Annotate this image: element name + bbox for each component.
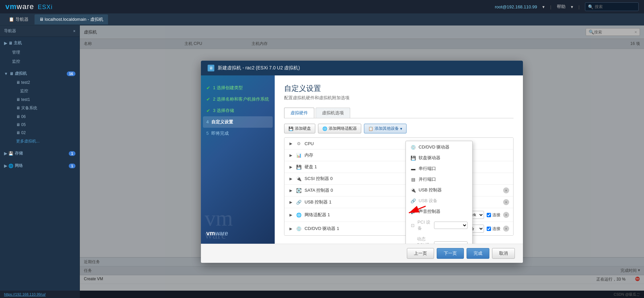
menu-item-cddvd[interactable]: 💿 CD/DVD 驱动器 — [406, 142, 472, 153]
topbar-search-input[interactable] — [595, 4, 635, 9]
sata-remove-btn[interactable]: × — [503, 187, 509, 193]
vm-icon-02: 🖥 — [16, 130, 20, 135]
menu-item-sound[interactable]: 🔊 声音控制器 — [406, 206, 472, 217]
sidebar-item-backup[interactable]: 🖥 灾备系统 — [0, 104, 79, 113]
search-icon: 🔍 — [588, 4, 593, 9]
menu-item-pci: ⊡ PCI 设备 — [406, 217, 472, 234]
sidebar-group-host[interactable]: ▶ 🖥 主机 — [0, 38, 79, 48]
dynamic-pci-select[interactable] — [434, 241, 468, 244]
dialog-header: 🖥 新建虚拟机 - rac2 (ESXi 7.0 U2 虚拟机) — [201, 61, 523, 75]
scsi-icon: 🔌 — [296, 176, 302, 182]
menu-item-usb-ctrl[interactable]: 🔌 USB 控制器 — [406, 185, 472, 195]
wizard-title: 自定义设置 — [284, 83, 514, 94]
device-row-cdrom: ▶ 💿 CD/DVD 驱动器 1 客户端设备 连接 × — [284, 222, 513, 235]
hdd-icon: 💾 — [288, 126, 293, 131]
sata-toggle[interactable]: ▶ — [288, 188, 293, 193]
cpu-toggle[interactable]: ▶ — [288, 141, 293, 146]
help-dropdown-icon[interactable]: ▾ — [571, 4, 573, 9]
dropdown-arrow-icon: ▾ — [400, 126, 402, 131]
sidebar: 导航器 × ▶ 🖥 主机 管理 监控 ▼ 🖥 虚拟机 16 🖥 test2 — [0, 25, 80, 298]
wizard-content: 自定义设置 配置虚拟机硬件和虚拟机附加选项 虚拟硬件 虚拟机选项 💾 添加硬盘 — [275, 75, 523, 244]
finish-button[interactable]: 完成 — [467, 248, 489, 259]
storage-icon: 💾 — [8, 151, 13, 156]
tab-localhost[interactable]: 🖥 localhost.localdomain - 虚拟机 — [35, 14, 108, 24]
sidebar-item-more-vms[interactable]: 更多虚拟机... — [0, 137, 79, 146]
sidebar-collapse-icon[interactable]: × — [73, 29, 75, 34]
sidebar-item-05[interactable]: 🖥 05 — [0, 121, 79, 129]
cdrom-connect-checkbox[interactable] — [487, 227, 491, 231]
device-row-cpu: ▶ ⚙ CPU — [284, 138, 513, 150]
add-other-button[interactable]: 📋 添加其他设备 ▾ — [364, 124, 407, 133]
hdd-icon2: 💾 — [296, 164, 302, 170]
ram-toggle[interactable]: ▶ — [288, 153, 293, 158]
net-connect-label: 连接 — [487, 212, 500, 218]
sidebar-item-test2[interactable]: 🖥 test2 — [0, 78, 79, 86]
expand-vm-icon: ▼ — [4, 71, 8, 76]
sidebar-item-test1[interactable]: 🖥 test1 — [0, 96, 79, 104]
hdd-toggle[interactable]: ▶ — [288, 165, 293, 169]
dynamic-pci-icon: ⊟ — [411, 242, 414, 244]
cdrom-remove-btn[interactable]: × — [503, 226, 509, 232]
ram-icon: 📊 — [296, 152, 302, 158]
next-button[interactable]: 下一页 — [437, 248, 464, 259]
net-icon: 🌐 — [296, 212, 302, 218]
menu-item-floppy[interactable]: 💾 软盘驱动器 — [406, 153, 472, 163]
step-1-check: ✔ — [206, 85, 210, 91]
device-list: ▶ ⚙ CPU ▶ 📊 内存 — [284, 137, 514, 236]
pci-select[interactable] — [434, 222, 468, 229]
tab-vm-options[interactable]: 虚拟机选项 — [316, 108, 350, 118]
net-remove-btn[interactable]: × — [503, 212, 509, 218]
topbar-left: vmware ESXi — [5, 2, 53, 11]
sidebar-section-network: ▶ 🌐 网络 1 — [0, 160, 79, 172]
usb-icon: 🔗 — [296, 199, 302, 205]
expand-network-icon: ▶ — [4, 164, 7, 168]
network-badge: 1 — [69, 164, 75, 168]
bottombar-url[interactable]: https://192.168.110.99/ui/ — [4, 292, 46, 296]
dialog-footer: 上一页 下一页 完成 取消 — [201, 244, 523, 263]
dialog: 🖥 新建虚拟机 - rac2 (ESXi 7.0 U2 虚拟机) ✔ 1 选择创… — [201, 61, 523, 263]
esxi-label: ESXi — [38, 4, 53, 10]
net-connect-checkbox[interactable] — [487, 213, 491, 217]
user-dropdown-icon[interactable]: ▾ — [542, 4, 545, 9]
device-row-net: ▶ 🌐 网络适配器 1 VM Network 连接 × — [284, 208, 513, 222]
back-button[interactable]: 上一页 — [407, 248, 434, 259]
sidebar-group-storage[interactable]: ▶ 💾 存储 1 — [0, 148, 79, 158]
add-hdd-button[interactable]: 💾 添加硬盘 — [284, 124, 315, 133]
usb-ctrl-icon: 🔌 — [411, 187, 416, 193]
vm-badge: 16 — [67, 71, 75, 76]
sidebar-group-vm[interactable]: ▼ 🖥 虚拟机 16 — [0, 69, 79, 78]
dialog-title: 新建虚拟机 - rac2 (ESXi 7.0 U2 虚拟机) — [218, 65, 300, 71]
step-3-check: ✔ — [206, 108, 210, 113]
cdrom-connect-label: 连接 — [487, 226, 500, 232]
vmware-bottom-logo: vmware — [206, 230, 228, 237]
modal-overlay: 🖥 新建虚拟机 - rac2 (ESXi 7.0 U2 虚拟机) ✔ 1 选择创… — [80, 25, 644, 298]
add-nic-button[interactable]: 🌐 添加网络适配器 — [318, 124, 361, 133]
network-icon: 🌐 — [8, 164, 13, 168]
user-info[interactable]: root@192.168.110.99 — [495, 4, 537, 9]
cdrom-toggle[interactable]: ▶ — [288, 226, 293, 231]
scsi-toggle[interactable]: ▶ — [288, 176, 293, 181]
menu-item-parallel[interactable]: ▤ 并行端口 — [406, 174, 472, 185]
cdrom-icon: 💿 — [296, 226, 302, 232]
content-area: 虚拟机 🔍 × 名称 主机 CPU 主机内存 16 项 — [80, 25, 644, 298]
sidebar-item-02[interactable]: 🖥 02 — [0, 129, 79, 137]
sidebar-item-06[interactable]: 🖥 06 — [0, 113, 79, 121]
sidebar-item-manage[interactable]: 管理 — [0, 48, 79, 57]
vm-group-icon: 🖥 — [9, 71, 13, 76]
usb-remove-btn[interactable]: × — [503, 199, 509, 205]
usb-toggle[interactable]: ▶ — [288, 200, 293, 204]
step-3: ✔ 3 选择存储 — [206, 105, 269, 116]
dropdown-menu: 💿 CD/DVD 驱动器 💾 软盘驱动器 ▬ 串行端口 — [406, 141, 473, 244]
help-button[interactable]: 帮助 — [557, 4, 566, 10]
sidebar-item-test2-monitor[interactable]: 监控 — [0, 86, 79, 96]
net-toggle[interactable]: ▶ — [288, 213, 293, 217]
sidebar-group-network[interactable]: ▶ 🌐 网络 1 — [0, 161, 79, 171]
tab-virtual-hardware[interactable]: 虚拟硬件 — [284, 108, 314, 118]
vm-icon-06: 🖥 — [16, 114, 20, 119]
sound-icon: 🔊 — [411, 209, 416, 214]
cancel-button[interactable]: 取消 — [492, 248, 515, 259]
tab-navigator[interactable]: 📋 导航器 — [4, 14, 33, 24]
menu-item-serial[interactable]: ▬ 串行端口 — [406, 163, 472, 174]
sidebar-item-monitor[interactable]: 监控 — [0, 57, 79, 66]
step-5-label: 即将完成 — [211, 130, 229, 136]
